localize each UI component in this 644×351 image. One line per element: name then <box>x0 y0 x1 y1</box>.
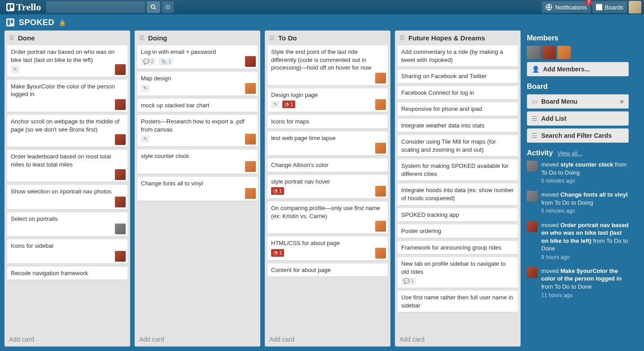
card[interactable]: Posters—Research how to export a .pdf fr… <box>137 115 258 147</box>
boards-button[interactable]: Boards <box>592 1 627 13</box>
member-avatar[interactable] <box>115 134 126 145</box>
member-avatar[interactable] <box>527 267 538 278</box>
member-avatar[interactable] <box>375 248 386 259</box>
card[interactable]: Recode navigation framework <box>7 267 127 281</box>
member-avatar[interactable] <box>527 191 538 202</box>
card[interactable]: Poster ordering <box>398 224 518 238</box>
info-button[interactable] <box>162 1 174 13</box>
member-avatar[interactable] <box>375 186 386 197</box>
board-icon <box>6 18 14 26</box>
card[interactable]: Consider using Tile Mill for maps (for s… <box>398 135 518 157</box>
card[interactable]: Order portrait nav based on who was on b… <box>7 45 127 77</box>
card[interactable]: Log in with email + password💬 2📎 1 <box>137 45 258 69</box>
card[interactable]: SPOKED tracking app <box>398 208 518 222</box>
card-text: HTML/CSS for about page <box>271 239 384 247</box>
member-avatar[interactable] <box>527 161 538 171</box>
member-avatar[interactable] <box>375 143 386 154</box>
member-avatar[interactable] <box>375 99 386 110</box>
card[interactable]: HTML/CSS for about page◔ 1 <box>267 237 388 260</box>
member-avatar[interactable] <box>245 83 256 94</box>
card[interactable]: Change Allison's color <box>267 158 388 172</box>
card[interactable]: On comparing profile—only use first name… <box>267 202 388 234</box>
card[interactable]: Select on portraits <box>7 212 127 237</box>
list-header[interactable]: ☰Future Hopes & Dreams <box>395 31 521 45</box>
card-text: Icons for maps <box>271 118 384 126</box>
member-avatar[interactable] <box>527 221 538 232</box>
card[interactable]: test web page time lapse <box>267 132 388 156</box>
svg-point-0 <box>151 5 155 9</box>
notifications-button[interactable]: Notifications 7 <box>542 1 591 13</box>
card-text: Map design <box>141 75 254 83</box>
member-avatar[interactable] <box>527 46 540 59</box>
card[interactable]: Change fonts all to vinyl <box>137 177 258 202</box>
grip-icon: ☰ <box>9 35 14 41</box>
list-header[interactable]: ☰Done <box>4 31 130 45</box>
card[interactable]: Design login page✎◔ 1 <box>267 88 388 112</box>
search-input[interactable] <box>46 1 145 13</box>
card-badges: 💬 1 <box>401 277 514 285</box>
card[interactable]: Integrate hoods into data (ex: show numb… <box>398 184 518 205</box>
view-all-link[interactable]: View all... <box>557 150 582 157</box>
card[interactable]: New tab on profile sidebar to navigate t… <box>398 257 518 288</box>
activity-text: moved Change fonts all to vinyl from To … <box>541 191 629 215</box>
member-avatar[interactable] <box>245 134 256 145</box>
add-members-button[interactable]: 👤 Add Members... <box>527 62 629 76</box>
member-avatar[interactable] <box>245 56 256 67</box>
add-card-button[interactable]: Add card <box>395 332 521 347</box>
member-avatar[interactable] <box>245 161 256 172</box>
search-button[interactable] <box>147 1 160 13</box>
card[interactable]: style portrait nav hover◔ 1 <box>267 175 388 199</box>
card[interactable]: Icons for sidebar <box>7 239 127 264</box>
card[interactable]: Sharing on Facebook and Twitter <box>398 70 518 83</box>
list-header[interactable]: ☰To Do <box>265 31 390 45</box>
card-members <box>115 169 126 180</box>
list-header[interactable]: ☰Doing <box>135 31 260 45</box>
member-avatar[interactable] <box>115 99 126 110</box>
board-name[interactable]: SPOKED <box>19 18 54 27</box>
card[interactable]: Responsive for phone and ipad <box>398 102 518 116</box>
checklist-badge: ◔ 1 <box>271 249 284 257</box>
board-menu-button[interactable]: ▭ Board Menu ⊕ <box>527 94 629 109</box>
card[interactable]: style counter clock <box>137 149 258 174</box>
member-avatar[interactable] <box>245 188 256 199</box>
member-avatar[interactable] <box>115 64 126 75</box>
card[interactable]: Use first name rather then full user nam… <box>398 291 518 312</box>
card[interactable]: Integrate weather data into stats <box>398 119 518 133</box>
boards-label: Boards <box>605 4 623 11</box>
add-card-button[interactable]: Add card <box>4 332 130 347</box>
trello-logo[interactable]: Trello <box>3 1 44 13</box>
card[interactable]: Framework for announcing group rides <box>398 241 518 255</box>
card-text: Framework for announcing group rides <box>401 244 514 252</box>
card[interactable]: Icons for maps <box>267 115 388 129</box>
member-avatar[interactable] <box>542 46 556 59</box>
card[interactable]: mock up stacked bar chart <box>137 99 258 113</box>
card[interactable]: Map design✎ <box>137 72 258 96</box>
card[interactable]: Content for about page <box>267 263 388 277</box>
search-filter-button[interactable]: ☲ Search and Filter Cards <box>527 128 629 143</box>
card[interactable]: System for making SPOKED available for d… <box>398 159 518 181</box>
card[interactable]: Style the end point of the last ride dif… <box>267 45 388 86</box>
activity-time: 9 hours ago <box>541 254 629 261</box>
card-members <box>375 186 386 197</box>
member-avatar[interactable] <box>115 251 126 262</box>
card[interactable]: Order leaderboard based on most total mi… <box>7 150 127 182</box>
member-avatar[interactable] <box>375 73 386 83</box>
card[interactable]: Anchor scroll on webpage to the middle o… <box>7 115 127 147</box>
member-avatar[interactable] <box>375 221 386 232</box>
card[interactable]: Make $yourColor the color of the person … <box>7 80 127 112</box>
add-card-button[interactable]: Add card <box>135 332 260 347</box>
card[interactable]: Add commentary to a ride (by making a tw… <box>398 45 518 67</box>
member-avatar[interactable] <box>115 169 126 180</box>
card-members <box>245 188 256 199</box>
member-avatar[interactable] <box>115 224 126 234</box>
card[interactable]: Facebook Connect for log in <box>398 86 518 100</box>
add-list-button[interactable]: ☰ Add List <box>527 111 629 126</box>
member-avatar[interactable] <box>557 46 571 59</box>
add-card-button[interactable]: Add card <box>265 332 390 347</box>
board-canvas: ☰DoneOrder portrait nav based on who was… <box>0 31 644 351</box>
member-avatar[interactable] <box>115 197 126 207</box>
lock-icon[interactable]: 🔒 <box>59 19 66 26</box>
user-avatar[interactable] <box>629 1 641 13</box>
card[interactable]: Show selection on #portrait-nav photos <box>7 185 127 210</box>
list-title: To Do <box>278 34 297 42</box>
